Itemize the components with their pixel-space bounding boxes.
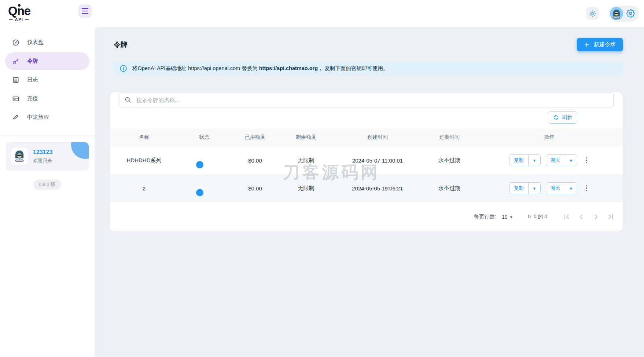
copy-split-button: 复制 [509,154,541,166]
copy-split-button: 复制 [509,182,541,194]
column-header-used-quota: 已用额度 [230,134,280,141]
sidebar-item-recharge[interactable]: 充值 [5,90,89,108]
user-card-decoration [71,142,89,159]
expiry-time: 永不过期 [423,157,476,164]
sidebar-collapse-button[interactable] [78,4,92,18]
refresh-button[interactable]: 刷新 [548,111,577,124]
page-title: 令牌 [114,40,128,50]
theme-toggle-button[interactable] [586,7,599,20]
sidebar-item-midjourney[interactable]: 中途旅程 [5,108,89,126]
sidebar-item-label: 令牌 [27,58,38,65]
brand-subtitle: — API — [8,18,30,22]
copy-dropdown-arrow[interactable] [528,155,540,166]
copy-button[interactable]: 复制 [509,183,528,194]
remaining-quota: 无限制 [280,185,332,192]
plus-icon [584,42,590,48]
search-icon [124,96,132,103]
sidebar-item-label: 中途旅程 [27,114,49,121]
token-name: HDHDHD系列 [110,157,178,164]
remaining-quota: 无限制 [280,157,332,164]
token-table-card: 刀客源码网 刷新 名称 状态 已用额度 剩余额度 [110,92,623,232]
last-page-button[interactable] [606,212,615,222]
refresh-icon [553,114,559,120]
pagination-range: 0–0 的 0 [528,214,547,220]
sidebar-header: Qne — API — [0,0,95,22]
pagination: 每页行数: 10 0–0 的 0 [110,202,623,232]
user-greeting: 欢迎回来 [33,157,52,164]
sidebar-item-label: 仪表盘 [27,39,44,46]
last-page-icon [607,213,615,221]
info-icon [119,65,127,72]
topbar [95,0,644,27]
created-time: 2024-05-05 19:06:21 [332,185,423,192]
used-quota: $0.00 [230,185,280,192]
chat-dropdown-arrow[interactable] [565,155,577,166]
expiry-time: 永不过期 [423,185,476,192]
page-head: 令牌 新建令牌 [110,38,623,51]
notice-text: 将OpenAI API基础地址 https://api.openai.com 替… [132,65,389,72]
chat-dropdown-arrow[interactable] [565,183,577,194]
sun-icon [589,10,596,17]
avatar [610,7,623,20]
refresh-row: 刷新 [110,108,623,128]
sidebar-item-label: 充值 [27,95,38,102]
chevron-right-icon [592,213,600,221]
more-actions-button[interactable] [584,183,590,194]
table-row: 2 $0.00 无限制 2024-05-05 19:06:21 永不过期 复制 … [110,174,623,202]
rows-per-page-label: 每页行数: [474,214,496,220]
logs-icon [12,76,20,84]
search-input[interactable] [119,92,614,108]
sidebar-item-tokens[interactable]: 令牌 [5,52,89,70]
pagination-nav [562,212,615,222]
notice-banner: 将OpenAI API基础地址 https://api.openai.com 替… [114,61,623,75]
first-page-icon [563,213,571,221]
used-quota: $0.00 [230,157,280,164]
previous-page-button[interactable] [577,212,586,222]
version-badge: 0.8.2 版 [33,179,61,190]
more-actions-button[interactable] [584,155,590,166]
column-header-status: 状态 [178,134,230,141]
user-card[interactable]: 123123 欢迎回来 [6,142,89,171]
dashboard-icon [12,39,20,46]
main-area: 令牌 新建令牌 将OpenAI API基础地址 https://api.open… [95,0,644,357]
key-icon [12,58,20,65]
brand-logo: Qne — API — [8,4,30,22]
copy-dropdown-arrow[interactable] [528,183,540,194]
next-page-button[interactable] [591,212,601,222]
recharge-icon [12,95,20,102]
table-header-row: 名称 状态 已用额度 剩余额度 创建时间 过期时间 操作 [110,128,623,146]
created-time: 2024-05-07 11:00:01 [332,157,423,164]
copy-button[interactable]: 复制 [509,155,528,166]
chevron-left-icon [577,213,585,221]
sidebar-nav: 仪表盘 令牌 日志 充值 中途旅程 [0,33,95,127]
column-header-expiry-time: 过期时间 [423,134,476,141]
brand-name: Qne [8,4,30,18]
gear-icon[interactable] [626,9,635,18]
column-header-actions: 操作 [476,134,623,141]
chat-button[interactable]: 聊天 [546,183,565,194]
brush-icon [12,114,20,121]
token-name: 2 [110,185,178,192]
sidebar: Qne — API — 仪表盘 令牌 日志 [0,0,95,357]
row-actions: 复制 聊天 [476,154,623,166]
sidebar-item-logs[interactable]: 日志 [5,71,89,89]
table-row: HDHDHD系列 $0.00 无限制 2024-05-07 11:00:01 永… [110,146,623,174]
row-actions: 复制 聊天 [476,182,623,194]
rows-per-page-select[interactable]: 10 [502,214,512,220]
brand-dot [18,4,21,7]
sidebar-item-dashboard[interactable]: 仪表盘 [5,33,89,51]
column-header-created-time: 创建时间 [332,134,423,141]
first-page-button[interactable] [562,212,571,222]
sidebar-divider [0,136,95,136]
chat-split-button: 聊天 [546,182,577,194]
column-header-name: 名称 [110,134,178,141]
content: 令牌 新建令牌 将OpenAI API基础地址 https://api.open… [95,27,644,357]
toggle-knob [196,161,203,168]
column-header-remaining-quota: 剩余额度 [280,134,332,141]
profile-menu[interactable] [608,6,639,22]
chat-button[interactable]: 聊天 [546,155,565,166]
new-token-button[interactable]: 新建令牌 [577,38,623,51]
sidebar-item-label: 日志 [27,76,38,83]
toggle-knob [196,189,203,196]
user-info: 123123 欢迎回来 [33,149,52,164]
